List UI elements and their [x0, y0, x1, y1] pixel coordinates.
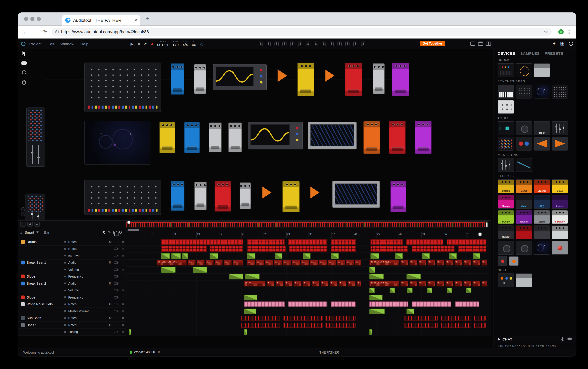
- marquee-tool-icon[interactable]: [21, 61, 27, 65]
- playhead[interactable]: [129, 221, 129, 335]
- clip-audio[interactable]: dc_kit...: [244, 281, 265, 286]
- clip-cells[interactable]: [370, 246, 408, 252]
- device-tile-curve[interactable]: [516, 158, 532, 172]
- clip-ramp[interactable]: [161, 267, 176, 272]
- clip-cells[interactable]: [210, 246, 243, 252]
- device-tile-tri-left[interactable]: [534, 137, 550, 150]
- device-mixer[interactable]: [25, 194, 45, 222]
- track-icon[interactable]: [21, 316, 25, 320]
- clip-ramp[interactable]: [244, 295, 257, 300]
- track-lane-row[interactable]: Notes×: [18, 245, 126, 252]
- clip-ramp[interactable]: [244, 308, 256, 314]
- track-lane-row[interactable]: Volume×: [18, 287, 126, 294]
- cursor-tool-icon[interactable]: [22, 51, 26, 56]
- tab-close-icon[interactable]: ×: [134, 17, 137, 23]
- clip-audio[interactable]: d...: [463, 281, 471, 286]
- snap-unit[interactable]: Bar: [44, 230, 100, 234]
- track-icon[interactable]: [21, 323, 25, 327]
- lane-toggle[interactable]: [114, 255, 119, 257]
- track-icon[interactable]: [21, 302, 25, 306]
- device-pedal[interactable]: [209, 122, 222, 152]
- device-pedal[interactable]: [240, 182, 251, 209]
- device-space[interactable]: [84, 120, 150, 165]
- clip-pink[interactable]: [412, 301, 451, 307]
- clip-ramp[interactable]: [449, 253, 457, 259]
- clip-ramp[interactable]: [369, 295, 382, 300]
- device-tile-knobcolor[interactable]: [498, 273, 514, 287]
- url-bar[interactable]: https://www.audiotool.com/app/beta/#/loc…: [52, 28, 552, 36]
- clip-sparse[interactable]: [474, 323, 485, 328]
- device-tile-pedal[interactable]: [534, 225, 550, 239]
- clip-audio[interactable]: d...: [481, 281, 487, 286]
- track-lane-row[interactable]: Tuning×: [18, 329, 126, 336]
- device-quasar[interactable]: [332, 181, 380, 208]
- device-tri[interactable]: [261, 185, 272, 199]
- clip-audio[interactable]: d...: [328, 260, 336, 265]
- device-tile-dots[interactable]: [552, 85, 568, 99]
- clip-cells[interactable]: [331, 239, 356, 245]
- clip-audio[interactable]: d...: [436, 281, 444, 286]
- track-lane-row[interactable]: #4 Level×: [18, 252, 126, 259]
- device-tri[interactable]: [277, 69, 288, 83]
- device-tile-knobpair[interactable]: [516, 137, 532, 150]
- clip-sparse[interactable]: [326, 323, 356, 328]
- clip-audio[interactable]: d...: [445, 281, 453, 286]
- clip-cells[interactable]: [370, 239, 403, 245]
- microphone-icon[interactable]: [561, 337, 564, 341]
- clip-audio[interactable]: d...: [347, 281, 356, 286]
- clip-audio[interactable]: d...: [283, 260, 291, 265]
- device-pedal[interactable]: [390, 181, 406, 212]
- lane-toggle[interactable]: [114, 296, 119, 298]
- zoom-in-button[interactable]: +: [21, 207, 25, 211]
- clip-sparse[interactable]: [283, 323, 322, 328]
- lane-remove-icon[interactable]: ×: [120, 275, 126, 278]
- device-tile-space[interactable]: [534, 85, 550, 99]
- clip-audio[interactable]: d...: [215, 260, 223, 265]
- clip-audio[interactable]: d...: [275, 281, 284, 286]
- clip-audio[interactable]: d...: [418, 281, 426, 286]
- clip-audio[interactable]: d...: [292, 260, 300, 265]
- clip-ramp[interactable]: [182, 253, 188, 259]
- clip-sparse[interactable]: [441, 323, 471, 328]
- lane-remove-icon[interactable]: ×: [120, 330, 126, 334]
- clip-audio[interactable]: d...: [233, 260, 243, 265]
- forward-icon[interactable]: →: [30, 29, 40, 35]
- clip-audio[interactable]: d...: [346, 260, 354, 265]
- lane-toggle[interactable]: [114, 268, 119, 271]
- pencil-tool-icon[interactable]: ✎: [108, 230, 111, 234]
- clip-lanes[interactable]: dc_kit17_165_loo...d...d...d...d...d...d…: [126, 239, 488, 336]
- clip-audio[interactable]: d...: [409, 281, 417, 286]
- clip-pink[interactable]: [455, 301, 479, 307]
- clip-audio[interactable]: d...: [188, 260, 196, 265]
- device-pedal[interactable]: [194, 64, 206, 94]
- clip-pink[interactable]: [369, 301, 408, 307]
- clip-pink[interactable]: [244, 301, 285, 307]
- clip-audio[interactable]: d...: [409, 260, 417, 265]
- lane-remove-icon[interactable]: ×: [120, 261, 126, 264]
- track-icon[interactable]: [21, 281, 25, 285]
- device-tile-ring[interactable]: [516, 63, 532, 77]
- lane-settings-gear-icon[interactable]: ⚙: [108, 316, 113, 320]
- lane-toggle[interactable]: [114, 303, 119, 305]
- device-mixer[interactable]: [26, 108, 45, 167]
- device-tile-darkknob[interactable]: [516, 241, 532, 255]
- lane-remove-icon[interactable]: ×: [120, 309, 126, 313]
- lane-remove-icon[interactable]: ×: [120, 289, 126, 292]
- lane-remove-icon[interactable]: ×: [120, 268, 126, 271]
- reload-icon[interactable]: ⟳: [40, 29, 49, 35]
- clip-ramp[interactable]: [390, 288, 395, 293]
- clip-audio[interactable]: dc_kit17_165_loop1: [369, 260, 399, 265]
- track-lane-row[interactable]: White Noise HatsNotes⚙×: [18, 301, 126, 308]
- tab-samples[interactable]: SAMPLES: [520, 51, 540, 55]
- clip-audio[interactable]: d...: [337, 260, 345, 265]
- device-tile-pedal[interactable]: [552, 225, 568, 239]
- lane-remove-icon[interactable]: ×: [120, 295, 126, 299]
- clip-audio[interactable]: d...: [436, 260, 444, 265]
- clip-cells[interactable]: [288, 239, 327, 245]
- chat-bar[interactable]: CHAT: [494, 336, 576, 343]
- clip-audio[interactable]: d...: [400, 281, 408, 286]
- device-pedal[interactable]: [184, 122, 200, 153]
- track-icon[interactable]: [21, 275, 25, 278]
- device-tile-drumthumb[interactable]: [498, 63, 514, 77]
- lane-toggle[interactable]: [114, 261, 119, 264]
